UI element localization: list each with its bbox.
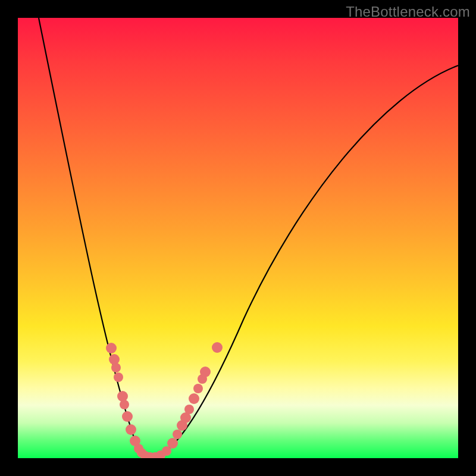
data-point: [114, 372, 123, 382]
bottleneck-curve: [39, 18, 458, 456]
curve-svg: [18, 18, 458, 458]
data-point: [189, 393, 199, 404]
data-point: [122, 411, 133, 422]
data-point: [109, 354, 120, 365]
data-point: [193, 384, 203, 393]
data-point: [117, 391, 128, 402]
data-point: [167, 438, 178, 449]
data-point: [106, 343, 117, 353]
data-point: [212, 342, 223, 353]
data-points: [106, 342, 223, 458]
data-point: [200, 367, 211, 377]
data-point: [173, 430, 182, 439]
data-point: [126, 424, 136, 435]
plot-area: [18, 18, 458, 458]
data-point: [111, 363, 121, 372]
chart-frame: TheBottleneck.com: [0, 0, 476, 476]
data-point: [120, 400, 129, 409]
data-point: [184, 405, 194, 414]
watermark-text: TheBottleneck.com: [346, 4, 470, 20]
